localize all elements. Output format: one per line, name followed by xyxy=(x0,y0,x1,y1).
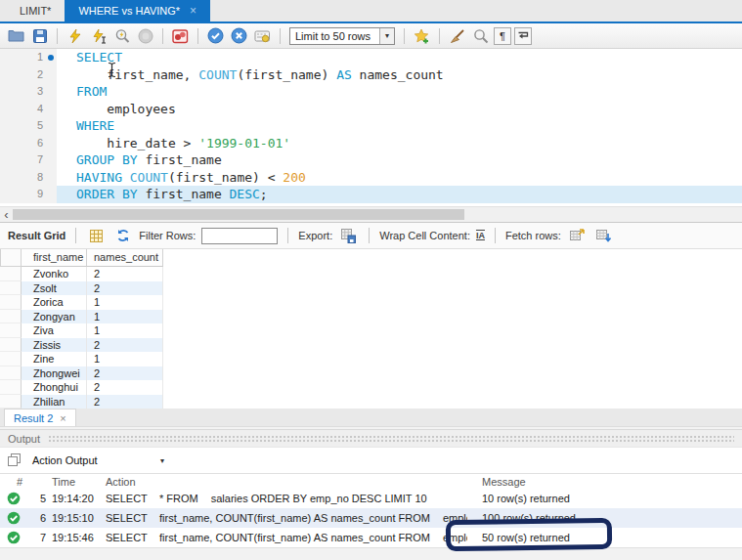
code-text[interactable]: first_name, COUNT(first_name) AS names_c… xyxy=(57,66,742,84)
refresh-icon[interactable] xyxy=(112,227,133,245)
export-recordset-icon[interactable] xyxy=(338,227,359,245)
cell-names-count[interactable]: 1 xyxy=(87,295,163,310)
sql-editor[interactable]: 1SELECT2 first_name, COUNT(first_name) A… xyxy=(0,49,742,206)
grid-view-icon[interactable] xyxy=(86,227,107,245)
code-text[interactable]: HAVING COUNT(first_name) < 200 xyxy=(57,169,742,187)
fetch-next-rows-icon[interactable] xyxy=(593,227,614,245)
cell-names-count[interactable]: 1 xyxy=(87,323,163,338)
row-selector[interactable] xyxy=(0,380,22,395)
row-selector[interactable] xyxy=(0,366,22,381)
show-invisibles-icon[interactable]: ¶ xyxy=(494,27,511,45)
table-row[interactable]: Zine1 xyxy=(0,352,742,366)
cell-first-name[interactable]: Zhonghui xyxy=(22,380,87,395)
output-row[interactable]: 519:14:20SELECT* FROMsalaries ORDER BY e… xyxy=(0,489,742,508)
column-header-names-count[interactable]: names_count xyxy=(87,249,163,267)
scrollbar-thumb[interactable] xyxy=(13,209,464,220)
toggle-stop-on-error-icon[interactable] xyxy=(170,26,191,45)
cell-names-count[interactable]: 2 xyxy=(87,281,163,296)
table-row[interactable]: Zhilian2 xyxy=(0,395,742,409)
row-selector[interactable] xyxy=(0,352,22,366)
code-line[interactable]: 3FROM xyxy=(0,83,742,101)
stop-icon[interactable] xyxy=(135,26,155,45)
scroll-left-icon[interactable]: ‹ xyxy=(0,208,13,222)
cell-first-name[interactable]: Zhongwei xyxy=(22,366,87,381)
output-type-dropdown[interactable]: Action Output ▾ xyxy=(32,454,164,466)
cell-first-name[interactable]: Zhilian xyxy=(22,395,87,409)
row-selector[interactable] xyxy=(0,395,22,409)
cell-names-count[interactable]: 2 xyxy=(87,338,163,353)
row-selector[interactable] xyxy=(0,295,22,310)
cell-names-count[interactable]: 2 xyxy=(87,380,163,395)
code-line[interactable]: 9ORDER BY first_name DESC; xyxy=(0,186,742,203)
autocomplete-icon[interactable] xyxy=(252,26,273,45)
code-text[interactable]: ORDER BY first_name DESC; xyxy=(57,186,742,203)
explain-icon[interactable] xyxy=(111,26,132,45)
tab-limit[interactable]: LIMIT* xyxy=(6,0,65,22)
column-header-action[interactable]: Action xyxy=(99,476,467,488)
code-text[interactable]: hire_date > '1999-01-01' xyxy=(57,135,742,152)
wrap-text-icon[interactable] xyxy=(514,27,532,45)
table-row[interactable]: Zvonko2 xyxy=(0,267,742,281)
editor-horizontal-scrollbar[interactable]: ‹ xyxy=(0,206,742,222)
row-selector[interactable] xyxy=(0,281,22,296)
wrap-cell-content-icon[interactable]: IA xyxy=(476,231,485,240)
cell-first-name[interactable]: Zorica xyxy=(22,295,87,310)
add-snippet-icon[interactable] xyxy=(412,26,432,45)
chevron-down-icon[interactable]: ▾ xyxy=(379,28,394,44)
execute-icon[interactable] xyxy=(65,26,85,45)
cell-names-count[interactable]: 1 xyxy=(87,310,163,324)
code-line[interactable]: 4 employees xyxy=(0,101,742,118)
code-text[interactable]: FROM xyxy=(57,83,742,101)
cell-names-count[interactable]: 2 xyxy=(87,366,163,381)
code-text[interactable]: GROUP BY first_name xyxy=(57,151,742,169)
table-row[interactable]: Zhongwei2 xyxy=(0,366,742,381)
column-header-index[interactable]: # xyxy=(0,476,46,488)
fetch-previous-rows-icon[interactable] xyxy=(567,227,588,245)
code-text[interactable]: SELECT xyxy=(57,49,742,66)
table-row[interactable]: Ziva1 xyxy=(0,323,742,338)
code-line[interactable]: 7GROUP BY first_name xyxy=(0,151,742,169)
close-icon[interactable]: × xyxy=(190,0,196,22)
column-header-first-name[interactable]: first_name xyxy=(22,249,87,267)
tab-where-vs-having[interactable]: WHERE vs HAVING* × xyxy=(65,0,210,22)
find-icon[interactable] xyxy=(470,26,491,45)
beautify-icon[interactable] xyxy=(447,26,467,45)
close-icon[interactable]: × xyxy=(60,412,65,424)
column-header-time[interactable]: Time xyxy=(46,476,99,488)
limit-rows-dropdown[interactable]: Limit to 50 rows ▾ xyxy=(289,27,395,45)
row-selector[interactable] xyxy=(0,323,22,338)
rollback-icon[interactable] xyxy=(229,26,249,45)
output-row[interactable]: 619:15:10SELECTfirst_name, COUNT(first_n… xyxy=(0,508,742,528)
table-row[interactable]: Zsolt2 xyxy=(0,281,742,296)
cell-first-name[interactable]: Ziva xyxy=(22,323,87,338)
cell-names-count[interactable]: 2 xyxy=(87,267,163,281)
cell-names-count[interactable]: 1 xyxy=(87,352,163,366)
cell-first-name[interactable]: Zongyan xyxy=(22,310,87,324)
row-selector[interactable] xyxy=(0,267,22,281)
open-script-icon[interactable] xyxy=(6,26,26,45)
execute-current-statement-icon[interactable] xyxy=(88,26,109,45)
cell-names-count[interactable]: 2 xyxy=(87,395,163,409)
code-line[interactable]: 8HAVING COUNT(first_name) < 200 xyxy=(0,169,742,187)
cell-first-name[interactable]: Zvonko xyxy=(22,267,87,281)
row-selector[interactable] xyxy=(0,310,22,324)
save-script-icon[interactable] xyxy=(29,26,50,45)
cell-first-name[interactable]: Zine xyxy=(22,352,87,366)
output-row[interactable]: 719:15:46SELECTfirst_name, COUNT(first_n… xyxy=(0,528,742,547)
cell-first-name[interactable]: Zissis xyxy=(22,338,87,353)
cell-first-name[interactable]: Zsolt xyxy=(22,281,87,296)
row-selector[interactable] xyxy=(0,338,22,353)
table-row[interactable]: Zongyan1 xyxy=(0,310,742,324)
code-line[interactable]: 5WHERE xyxy=(0,117,742,135)
table-row[interactable]: Zhonghui2 xyxy=(0,380,742,395)
code-line[interactable]: 6 hire_date > '1999-01-01' xyxy=(0,135,742,152)
code-text[interactable]: employees xyxy=(57,101,742,118)
tab-result-2[interactable]: Result 2 × xyxy=(4,409,76,426)
column-header-message[interactable]: Message xyxy=(467,476,742,488)
table-row[interactable]: Zorica1 xyxy=(0,295,742,310)
filter-rows-input[interactable] xyxy=(201,228,278,244)
table-row[interactable]: Zissis2 xyxy=(0,338,742,353)
code-text[interactable]: WHERE xyxy=(57,117,742,135)
commit-icon[interactable] xyxy=(205,26,226,45)
row-selector-corner[interactable] xyxy=(0,249,22,267)
